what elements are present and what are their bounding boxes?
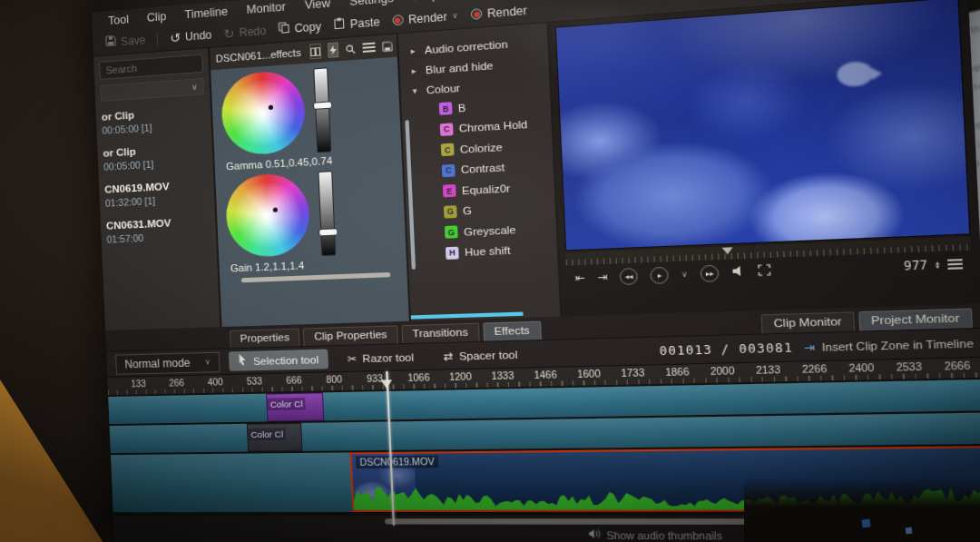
render-secondary-button[interactable]: Render — [471, 4, 527, 22]
zone-end-icon[interactable]: ⇥ — [597, 270, 608, 284]
color-clip[interactable]: Color Cl — [266, 392, 324, 421]
show-audio-thumbnails-toggle[interactable]: Show audio thumbnails — [588, 528, 723, 542]
menu-item-monitor[interactable]: Monitor — [246, 0, 286, 16]
insert-zone-button[interactable]: ⇥ Insert Clip Zone in Timeline — [804, 336, 975, 354]
gamma-slider[interactable] — [313, 67, 331, 153]
list-item[interactable]: or Clip00:05:00 [1] — [103, 142, 207, 172]
bin-filter-dropdown[interactable]: ∨ — [100, 78, 204, 102]
chevron-right-icon[interactable]: ▸ — [410, 45, 418, 55]
clip-name: CN0631.MOV — [106, 215, 211, 232]
menu-list-icon[interactable] — [362, 40, 376, 54]
gain-slider[interactable] — [318, 171, 336, 256]
clip-duration: 01:32:00 [1] — [105, 192, 210, 209]
effect-item-label: Hue shift — [465, 245, 511, 259]
ruler-number: 666 — [286, 372, 327, 391]
effect-group-label: Colour — [426, 82, 461, 95]
spacer-tool-button[interactable]: ⇄ Spacer tool — [433, 344, 528, 366]
copy-button[interactable]: Copy — [278, 19, 321, 36]
compare-icon[interactable] — [309, 44, 321, 59]
ruler-number: 2533 — [896, 359, 945, 379]
ruler-number: 800 — [326, 371, 368, 390]
gamma-color-wheel[interactable] — [220, 69, 307, 156]
ruler-number: 2000 — [710, 363, 757, 383]
edit-mode-dropdown[interactable]: Normal mode ∨ — [115, 351, 220, 374]
taskbar-icon — [861, 518, 870, 527]
effect-group-label: Audio correction — [425, 38, 508, 55]
effect-icon: C — [440, 123, 454, 136]
tab-clip-properties[interactable]: Clip Properties — [303, 325, 398, 346]
insert-zone-icon: ⇥ — [804, 340, 816, 354]
play-icon[interactable]: ▸ — [651, 266, 670, 283]
render-button[interactable]: Render ∨ — [392, 9, 458, 27]
list-item[interactable]: CN0631.MOV01:57:00 — [106, 215, 211, 245]
effect-icon: H — [446, 246, 459, 259]
effect-item-label: G — [463, 205, 472, 217]
save-effect-icon[interactable] — [382, 39, 394, 53]
effect-stack-panel: DSCN061...effects Gamma 0.51,0.45,0.74 — [210, 34, 411, 327]
video-preview[interactable] — [555, 0, 971, 251]
menu-item-timeline[interactable]: Timeline — [184, 5, 228, 21]
tab-transitions[interactable]: Transitions — [401, 323, 479, 343]
monitor-menu-icon[interactable] — [947, 259, 963, 270]
tab-clip-monitor[interactable]: Clip Monitor — [761, 311, 855, 333]
effect-list-panel: ▸Audio correction▸Blur and hide▾ColourBB… — [398, 23, 563, 321]
monitor-playhead[interactable] — [722, 247, 733, 254]
save-button[interactable]: Save — [105, 33, 146, 49]
menu-item-settings[interactable]: Settings — [349, 0, 394, 8]
play-options-chevron-icon[interactable]: ∨ — [681, 270, 688, 279]
ruler-number: 2133 — [756, 362, 803, 382]
ruler-number: 1733 — [621, 365, 666, 385]
menu-item-help[interactable]: Help — [413, 0, 439, 3]
effect-icon: C — [442, 164, 456, 177]
tab-effects[interactable]: Effects — [483, 321, 542, 341]
ruler-number: 533 — [246, 374, 286, 392]
paste-icon — [333, 17, 345, 33]
effect-item-label: Chroma Hold — [459, 119, 528, 134]
effects-toggle-icon[interactable] — [328, 42, 338, 57]
tab-project-monitor[interactable]: Project Monitor — [858, 308, 973, 330]
effect-icon: C — [441, 143, 455, 157]
volume-icon[interactable] — [731, 265, 745, 280]
ruler-number: 1866 — [665, 364, 711, 384]
search-icon[interactable] — [345, 42, 356, 55]
copy-icon — [278, 22, 289, 36]
position-spinner[interactable]: ▲▼ — [935, 260, 941, 269]
menu-item-clip[interactable]: Clip — [146, 9, 166, 24]
menu-item-view[interactable]: View — [304, 0, 330, 11]
paste-button[interactable]: Paste — [333, 15, 380, 32]
search-input[interactable] — [99, 54, 203, 80]
gain-color-wheel[interactable] — [225, 172, 311, 259]
main-area: ∨ or Clip00:05:00 [1]or Clip00:05:00 [1]… — [93, 0, 980, 330]
tab-properties[interactable]: Properties — [230, 329, 300, 349]
effect-icon: G — [444, 205, 457, 218]
list-item[interactable]: or Clip00:05:00 [1] — [102, 104, 206, 135]
clip-list: or Clip00:05:00 [1]or Clip00:05:00 [1]CN… — [102, 104, 211, 244]
effect-item[interactable]: HHue shift — [419, 238, 555, 264]
redo-button[interactable]: ↻Redo — [223, 24, 266, 40]
horizontal-scrollbar[interactable] — [411, 312, 524, 320]
ruler-number: 2266 — [802, 360, 850, 380]
chevron-down-icon[interactable]: ▾ — [412, 85, 420, 95]
forward-icon[interactable]: ▸▸ — [701, 264, 720, 281]
color-clip[interactable]: Color Cl — [247, 423, 303, 452]
razor-tool-button[interactable]: ✂ Razor tool — [338, 347, 425, 368]
zone-start-icon[interactable]: ⇤ — [574, 271, 585, 284]
monitor-position-value[interactable]: 977 — [904, 258, 928, 273]
fullscreen-icon[interactable] — [758, 264, 771, 279]
undo-icon: ↺ — [170, 32, 181, 44]
taskbar-corner — [744, 478, 980, 542]
render-icon — [392, 15, 403, 25]
selection-tool-button[interactable]: Selection tool — [229, 350, 328, 371]
redo-icon: ↻ — [223, 27, 235, 39]
audio-thumbnails-icon — [588, 528, 601, 541]
ruler-number: 2400 — [848, 360, 897, 379]
rewind-icon[interactable]: ◂◂ — [620, 267, 639, 284]
menu-item-tool[interactable]: Tool — [108, 13, 129, 27]
chevron-right-icon[interactable]: ▸ — [411, 65, 419, 75]
list-item[interactable]: CN0619.MOV01:32:00 [1] — [104, 179, 209, 209]
chevron-down-icon: ∨ — [205, 358, 211, 366]
undo-button[interactable]: ↺Undo — [170, 28, 212, 44]
horizontal-scrollbar[interactable] — [241, 272, 391, 282]
ruler-number: 1466 — [534, 367, 578, 386]
effect-stack-title: DSCN061...effects — [215, 47, 301, 64]
